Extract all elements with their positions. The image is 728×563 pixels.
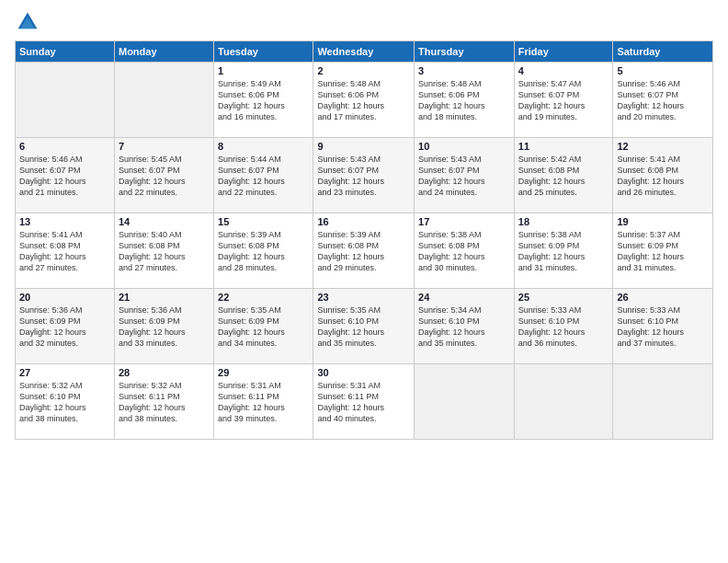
day-number: 4 — [518, 65, 609, 76]
day-number: 30 — [317, 367, 410, 378]
calendar-cell: 27Sunrise: 5:32 AMSunset: 6:10 PMDayligh… — [16, 364, 115, 440]
calendar-cell: 17Sunrise: 5:38 AMSunset: 6:08 PMDayligh… — [415, 213, 515, 289]
day-number: 6 — [19, 141, 110, 152]
day-info: Sunrise: 5:47 AMSunset: 6:07 PMDaylight:… — [518, 78, 609, 123]
day-info: Sunrise: 5:39 AMSunset: 6:08 PMDaylight:… — [317, 229, 410, 274]
calendar-cell: 29Sunrise: 5:31 AMSunset: 6:11 PMDayligh… — [214, 364, 313, 440]
logo-icon — [17, 11, 39, 33]
calendar-cell: 21Sunrise: 5:36 AMSunset: 6:09 PMDayligh… — [114, 289, 213, 364]
day-number: 8 — [218, 141, 309, 152]
day-info: Sunrise: 5:46 AMSunset: 6:07 PMDaylight:… — [617, 78, 709, 123]
calendar-cell: 3Sunrise: 5:48 AMSunset: 6:06 PMDaylight… — [415, 63, 515, 138]
day-number: 12 — [617, 141, 709, 152]
day-info: Sunrise: 5:38 AMSunset: 6:08 PMDaylight:… — [418, 229, 510, 274]
page: SundayMondayTuesdayWednesdayThursdayFrid… — [0, 0, 728, 563]
day-number: 10 — [418, 141, 510, 152]
day-info: Sunrise: 5:33 AMSunset: 6:10 PMDaylight:… — [617, 304, 709, 350]
weekday-header: Thursday — [415, 41, 515, 63]
day-number: 16 — [317, 216, 410, 227]
day-number: 5 — [617, 65, 709, 76]
day-number: 24 — [418, 292, 510, 303]
weekday-header: Sunday — [16, 41, 115, 63]
weekday-header-row: SundayMondayTuesdayWednesdayThursdayFrid… — [16, 41, 713, 63]
day-info: Sunrise: 5:43 AMSunset: 6:07 PMDaylight:… — [418, 154, 510, 199]
calendar-cell: 30Sunrise: 5:31 AMSunset: 6:11 PMDayligh… — [313, 364, 415, 440]
day-number: 27 — [19, 367, 110, 378]
calendar-week-row: 13Sunrise: 5:41 AMSunset: 6:08 PMDayligh… — [16, 213, 713, 289]
day-info: Sunrise: 5:43 AMSunset: 6:07 PMDaylight:… — [317, 154, 410, 199]
calendar-cell: 15Sunrise: 5:39 AMSunset: 6:08 PMDayligh… — [214, 213, 313, 289]
calendar-cell: 2Sunrise: 5:48 AMSunset: 6:06 PMDaylight… — [313, 63, 415, 138]
day-info: Sunrise: 5:46 AMSunset: 6:07 PMDaylight:… — [19, 154, 110, 199]
day-number: 1 — [218, 65, 309, 76]
calendar-cell: 24Sunrise: 5:34 AMSunset: 6:10 PMDayligh… — [415, 289, 515, 364]
calendar-cell: 11Sunrise: 5:42 AMSunset: 6:08 PMDayligh… — [514, 138, 613, 213]
weekday-header: Monday — [114, 41, 213, 63]
day-info: Sunrise: 5:41 AMSunset: 6:08 PMDaylight:… — [19, 229, 110, 274]
calendar-cell: 22Sunrise: 5:35 AMSunset: 6:09 PMDayligh… — [214, 289, 313, 364]
day-number: 17 — [418, 216, 510, 227]
calendar-cell: 7Sunrise: 5:45 AMSunset: 6:07 PMDaylight… — [114, 138, 213, 213]
day-number: 25 — [518, 292, 609, 303]
calendar-table: SundayMondayTuesdayWednesdayThursdayFrid… — [15, 40, 713, 440]
weekday-header: Friday — [514, 41, 613, 63]
day-number: 2 — [317, 65, 410, 76]
day-number: 19 — [617, 216, 709, 227]
calendar-week-row: 1Sunrise: 5:49 AMSunset: 6:06 PMDaylight… — [16, 63, 713, 138]
calendar-cell: 9Sunrise: 5:43 AMSunset: 6:07 PMDaylight… — [313, 138, 415, 213]
calendar-cell: 16Sunrise: 5:39 AMSunset: 6:08 PMDayligh… — [313, 213, 415, 289]
day-info: Sunrise: 5:38 AMSunset: 6:09 PMDaylight:… — [518, 229, 609, 274]
day-info: Sunrise: 5:48 AMSunset: 6:06 PMDaylight:… — [317, 78, 410, 123]
calendar-cell: 5Sunrise: 5:46 AMSunset: 6:07 PMDaylight… — [613, 63, 713, 138]
day-number: 29 — [218, 367, 309, 378]
day-number: 9 — [317, 141, 410, 152]
calendar-cell: 28Sunrise: 5:32 AMSunset: 6:11 PMDayligh… — [114, 364, 213, 440]
day-number: 11 — [518, 141, 609, 152]
day-number: 13 — [19, 216, 110, 227]
day-info: Sunrise: 5:32 AMSunset: 6:11 PMDaylight:… — [119, 380, 210, 425]
calendar-cell — [415, 364, 515, 440]
weekday-header: Wednesday — [313, 41, 415, 63]
calendar-cell: 8Sunrise: 5:44 AMSunset: 6:07 PMDaylight… — [214, 138, 313, 213]
day-info: Sunrise: 5:31 AMSunset: 6:11 PMDaylight:… — [218, 380, 309, 425]
calendar-cell: 12Sunrise: 5:41 AMSunset: 6:08 PMDayligh… — [613, 138, 713, 213]
day-number: 23 — [317, 292, 410, 303]
day-number: 3 — [418, 65, 510, 76]
day-info: Sunrise: 5:44 AMSunset: 6:07 PMDaylight:… — [218, 154, 309, 199]
day-info: Sunrise: 5:33 AMSunset: 6:10 PMDaylight:… — [518, 304, 609, 350]
calendar-cell: 14Sunrise: 5:40 AMSunset: 6:08 PMDayligh… — [114, 213, 213, 289]
day-info: Sunrise: 5:45 AMSunset: 6:07 PMDaylight:… — [119, 154, 210, 199]
day-info: Sunrise: 5:42 AMSunset: 6:08 PMDaylight:… — [518, 154, 609, 199]
calendar-cell: 20Sunrise: 5:36 AMSunset: 6:09 PMDayligh… — [16, 289, 115, 364]
day-number: 14 — [119, 216, 210, 227]
day-info: Sunrise: 5:31 AMSunset: 6:11 PMDaylight:… — [317, 380, 410, 425]
day-number: 21 — [119, 292, 210, 303]
weekday-header: Tuesday — [214, 41, 313, 63]
calendar-week-row: 20Sunrise: 5:36 AMSunset: 6:09 PMDayligh… — [16, 289, 713, 364]
calendar-cell: 10Sunrise: 5:43 AMSunset: 6:07 PMDayligh… — [415, 138, 515, 213]
calendar-cell: 1Sunrise: 5:49 AMSunset: 6:06 PMDaylight… — [214, 63, 313, 138]
day-number: 18 — [518, 216, 609, 227]
calendar-cell: 25Sunrise: 5:33 AMSunset: 6:10 PMDayligh… — [514, 289, 613, 364]
calendar-week-row: 6Sunrise: 5:46 AMSunset: 6:07 PMDaylight… — [16, 138, 713, 213]
day-number: 22 — [218, 292, 309, 303]
calendar-cell: 6Sunrise: 5:46 AMSunset: 6:07 PMDaylight… — [16, 138, 115, 213]
weekday-header: Saturday — [613, 41, 713, 63]
day-info: Sunrise: 5:36 AMSunset: 6:09 PMDaylight:… — [19, 304, 110, 350]
logo — [15, 11, 39, 33]
day-info: Sunrise: 5:34 AMSunset: 6:10 PMDaylight:… — [418, 304, 510, 350]
calendar-cell — [16, 63, 115, 138]
day-info: Sunrise: 5:35 AMSunset: 6:10 PMDaylight:… — [317, 304, 410, 350]
calendar-cell: 19Sunrise: 5:37 AMSunset: 6:09 PMDayligh… — [613, 213, 713, 289]
day-number: 20 — [19, 292, 110, 303]
day-number: 28 — [119, 367, 210, 378]
day-number: 26 — [617, 292, 709, 303]
day-info: Sunrise: 5:39 AMSunset: 6:08 PMDaylight:… — [218, 229, 309, 274]
calendar-cell: 4Sunrise: 5:47 AMSunset: 6:07 PMDaylight… — [514, 63, 613, 138]
header — [15, 11, 713, 33]
calendar-cell — [613, 364, 713, 440]
day-info: Sunrise: 5:40 AMSunset: 6:08 PMDaylight:… — [119, 229, 210, 274]
day-number: 7 — [119, 141, 210, 152]
calendar-cell: 18Sunrise: 5:38 AMSunset: 6:09 PMDayligh… — [514, 213, 613, 289]
calendar-week-row: 27Sunrise: 5:32 AMSunset: 6:10 PMDayligh… — [16, 364, 713, 440]
